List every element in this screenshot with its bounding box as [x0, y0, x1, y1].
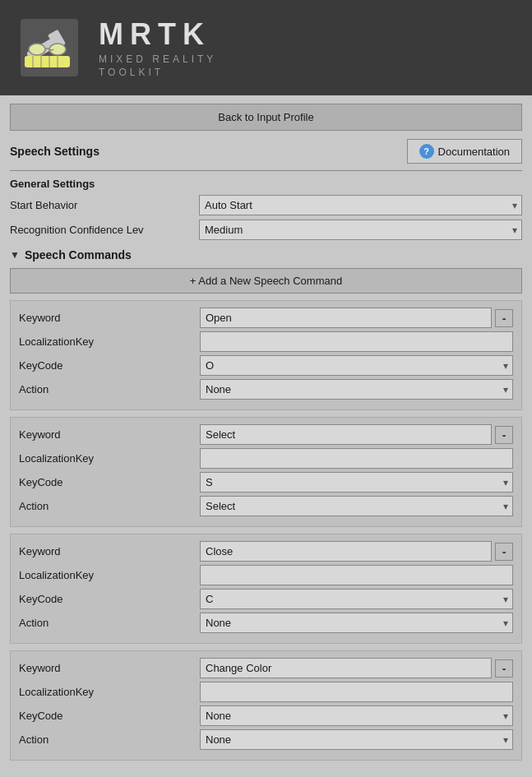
action-select-wrapper-2: None Select — [200, 613, 513, 633]
command-card-0: Keyword - LocalizationKey KeyCode O None — [10, 300, 522, 410]
keyword-label-1: Keyword — [19, 428, 200, 441]
localization-row-2: LocalizationKey — [19, 565, 513, 585]
keycode-select-3[interactable]: None C — [200, 705, 513, 726]
keycode-label-3: KeyCode — [19, 710, 200, 722]
localization-label-1: LocalizationKey — [19, 452, 200, 465]
keyword-row-0: Keyword - — [19, 308, 513, 328]
action-label-3: Action — [19, 733, 200, 746]
action-label-2: Action — [19, 617, 200, 629]
header-text: MRTK MIXED REALITY TOOLKIT — [99, 17, 216, 78]
remove-button-2[interactable]: - — [495, 543, 513, 561]
general-settings-section: General Settings Start Behavior Auto Sta… — [10, 178, 522, 240]
keycode-label-1: KeyCode — [19, 476, 200, 488]
app-subtitle-line2: TOOLKIT — [99, 67, 216, 78]
keyword-input-wrapper-2: - — [200, 541, 513, 562]
action-row-1: Action Select None — [19, 496, 513, 516]
action-row-0: Action None Select — [19, 379, 513, 400]
speech-commands-section: ▼ Speech Commands + Add a New Speech Com… — [10, 248, 522, 761]
main-content: Back to Input Profile Speech Settings ? … — [0, 95, 532, 775]
recognition-confidence-select-wrapper: Medium Low High — [199, 220, 522, 240]
speech-commands-title: Speech Commands — [25, 248, 132, 261]
keycode-row-3: KeyCode None C — [19, 705, 513, 726]
localization-label-3: LocalizationKey — [19, 686, 200, 698]
keyword-input-3[interactable] — [200, 658, 492, 678]
documentation-label: Documentation — [438, 146, 510, 158]
localization-input-2[interactable] — [200, 565, 513, 585]
localization-row-0: LocalizationKey — [19, 331, 513, 352]
keycode-select-1[interactable]: S None — [200, 472, 513, 493]
svg-point-9 — [49, 44, 66, 55]
keycode-select-wrapper-0: O None — [200, 355, 513, 376]
keyword-input-wrapper-3: - — [200, 658, 513, 678]
localization-input-0[interactable] — [200, 331, 513, 352]
mrtk-logo — [16, 15, 82, 81]
localization-input-3[interactable] — [200, 682, 513, 702]
start-behavior-row: Start Behavior Auto Start Manual Start — [10, 195, 522, 215]
keycode-row-0: KeyCode O None — [19, 355, 513, 376]
keyword-row-3: Keyword - — [19, 658, 513, 678]
command-card-2: Keyword - LocalizationKey KeyCode C None — [10, 534, 522, 644]
keycode-select-0[interactable]: O None — [200, 355, 513, 376]
keycode-row-2: KeyCode C None — [19, 589, 513, 609]
start-behavior-select[interactable]: Auto Start Manual Start — [199, 195, 522, 215]
keyword-input-wrapper-0: - — [200, 308, 513, 328]
keyword-row-1: Keyword - — [19, 424, 513, 445]
action-label-0: Action — [19, 383, 200, 395]
keyword-input-0[interactable] — [200, 308, 492, 328]
keycode-select-wrapper-1: S None — [200, 472, 513, 493]
keyword-label-2: Keyword — [19, 545, 200, 557]
header: MRTK MIXED REALITY TOOLKIT — [0, 0, 532, 95]
svg-point-8 — [29, 44, 45, 55]
back-to-input-profile-button[interactable]: Back to Input Profile — [10, 104, 522, 131]
localization-input-1[interactable] — [200, 448, 513, 469]
action-select-wrapper-3: None Select — [200, 729, 513, 750]
svg-rect-3 — [25, 56, 70, 67]
start-behavior-label: Start Behavior — [10, 199, 199, 211]
divider-1 — [10, 170, 522, 171]
remove-button-0[interactable]: - — [495, 309, 513, 327]
action-select-wrapper-0: None Select — [200, 379, 513, 400]
speech-settings-title: Speech Settings — [10, 145, 99, 158]
localization-label-2: LocalizationKey — [19, 569, 200, 581]
keycode-select-2[interactable]: C None — [200, 589, 513, 609]
keycode-select-wrapper-2: C None — [200, 589, 513, 609]
remove-button-1[interactable]: - — [495, 426, 513, 444]
speech-commands-title-row: ▼ Speech Commands — [10, 248, 522, 261]
app-subtitle-line1: MIXED REALITY — [99, 53, 216, 65]
app-title: MRTK — [99, 17, 216, 52]
command-card-3: Keyword - LocalizationKey KeyCode None C — [10, 650, 522, 761]
action-row-2: Action None Select — [19, 613, 513, 633]
keycode-select-wrapper-3: None C — [200, 705, 513, 726]
action-select-wrapper-1: Select None — [200, 496, 513, 516]
command-card-1: Keyword - LocalizationKey KeyCode S None — [10, 417, 522, 527]
keycode-row-1: KeyCode S None — [19, 472, 513, 493]
action-row-3: Action None Select — [19, 729, 513, 750]
keyword-input-1[interactable] — [200, 424, 492, 445]
recognition-confidence-label: Recognition Confidence Lev — [10, 224, 199, 236]
start-behavior-select-wrapper: Auto Start Manual Start — [199, 195, 522, 215]
general-settings-title: General Settings — [10, 178, 522, 190]
recognition-confidence-row: Recognition Confidence Lev Medium Low Hi… — [10, 220, 522, 240]
action-select-1[interactable]: Select None — [200, 496, 513, 516]
add-speech-command-button[interactable]: + Add a New Speech Command — [10, 268, 522, 294]
keyword-row-2: Keyword - — [19, 541, 513, 562]
keyword-input-wrapper-1: - — [200, 424, 513, 445]
collapse-arrow-icon: ▼ — [10, 249, 20, 261]
action-select-2[interactable]: None Select — [200, 613, 513, 633]
localization-label-0: LocalizationKey — [19, 335, 200, 348]
keyword-input-2[interactable] — [200, 541, 492, 562]
speech-settings-header: Speech Settings ? Documentation — [10, 139, 522, 164]
action-label-1: Action — [19, 500, 200, 512]
action-select-0[interactable]: None Select — [200, 379, 513, 400]
keycode-label-2: KeyCode — [19, 593, 200, 605]
remove-button-3[interactable]: - — [495, 659, 513, 678]
localization-row-1: LocalizationKey — [19, 448, 513, 469]
localization-row-3: LocalizationKey — [19, 682, 513, 702]
documentation-button[interactable]: ? Documentation — [407, 139, 522, 164]
keyword-label-3: Keyword — [19, 662, 200, 674]
keyword-label-0: Keyword — [19, 312, 200, 324]
documentation-icon: ? — [419, 144, 434, 159]
action-select-3[interactable]: None Select — [200, 729, 513, 750]
recognition-confidence-select[interactable]: Medium Low High — [199, 220, 522, 240]
keycode-label-0: KeyCode — [19, 359, 200, 372]
